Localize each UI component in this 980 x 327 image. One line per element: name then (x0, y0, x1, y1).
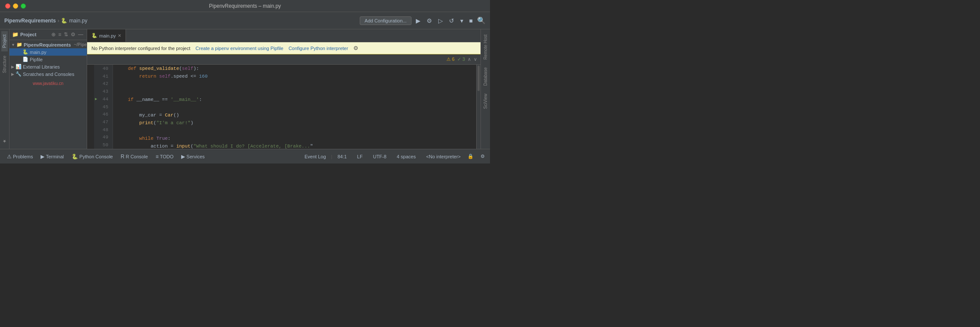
coverage-button[interactable]: ▷ (437, 16, 445, 25)
services-label: Services (186, 154, 204, 159)
favorites-tab[interactable]: ★ (1, 135, 8, 147)
python-console-label: Python Console (79, 154, 113, 159)
services-tab[interactable]: ▶ Services (178, 152, 208, 161)
gutter-mark-8 (87, 126, 94, 134)
notification-message: No Python interpreter configured for the… (91, 46, 190, 51)
todo-tab[interactable]: ≡ TODO (152, 152, 177, 161)
python-console-tab[interactable]: 🐍 Python Console (68, 152, 116, 161)
close-button[interactable] (5, 3, 10, 9)
breadcrumb-separator: › (57, 18, 59, 24)
new-file-icon[interactable]: ⊕ (50, 31, 57, 38)
line-46: 46 (94, 110, 110, 118)
window-title: PipenvRequirements – main.py (209, 3, 281, 9)
tree-item-main-py[interactable]: 🐍 main.py (9, 48, 87, 56)
expand-icon[interactable]: ⇅ (63, 31, 69, 38)
problems-tab[interactable]: ⚠ Problems (3, 152, 36, 161)
indent-indicator[interactable]: 4 spaces (395, 153, 418, 160)
search-button[interactable]: 🔍 (477, 16, 486, 25)
r-console-icon: R (121, 154, 125, 160)
ext-libs-arrow-icon: ▶ (11, 65, 14, 69)
interpreter-indicator[interactable]: <No interpreter> (424, 153, 462, 160)
root-folder-icon: 📁 (16, 42, 22, 47)
code-content[interactable]: def speed_validate(self): return self.sp… (113, 65, 476, 149)
r-console-tab[interactable]: R R Console (117, 152, 151, 161)
project-panel-title: Project (20, 32, 36, 37)
scrollbar-thumb[interactable] (477, 66, 480, 91)
traffic-lights (5, 3, 26, 9)
project-tree: ▼ 📁 PipenvRequirements ~/Pipe 🐍 main.py … (9, 40, 87, 149)
line-44: 44 (94, 95, 110, 103)
tree-scratches: Scratches and Consoles (23, 72, 74, 77)
breadcrumb-file[interactable]: main.py (69, 18, 87, 24)
code-line-50: action = input("What should I do? [Accel… (116, 142, 476, 149)
tree-item-scratches[interactable]: ▶ 🔧 Scratches and Consoles (9, 70, 87, 78)
code-line-46: my_car = Car() (116, 111, 476, 119)
add-configuration-button[interactable]: Add Configuration... (360, 16, 411, 25)
minimize-button[interactable] (13, 3, 18, 9)
tree-item-pipfile[interactable]: 📄 Pipfile (9, 56, 87, 63)
encoding-indicator[interactable]: UTF-8 (371, 153, 388, 160)
event-log-link[interactable]: Event Log (303, 153, 328, 160)
breadcrumb-project[interactable]: PipenvRequirements (4, 18, 56, 24)
code-line-41: return self.speed <= 160 (116, 72, 476, 80)
left-side-tabs: Project Structure ★ (0, 29, 9, 149)
watermark: www.javatiku.cn (9, 78, 87, 89)
terminal-tab[interactable]: ▶ Terminal (37, 152, 67, 161)
r-console-label: R Console (126, 154, 148, 159)
line-42: 42 (94, 80, 110, 88)
line-ending-indicator[interactable]: LF (355, 153, 364, 160)
maximize-button[interactable] (21, 3, 26, 9)
nav-down-icon[interactable]: ∨ (474, 57, 477, 62)
problems-label: Problems (13, 154, 33, 159)
create-pipenv-link[interactable]: Create a pipenv environment using Pipfil… (195, 46, 283, 51)
ok-badge: ✓ 3 (457, 57, 465, 62)
pipfile-icon: 📄 (22, 57, 28, 62)
line-40: 40 (94, 65, 110, 72)
profile-button[interactable]: ↺ (447, 16, 456, 25)
gutter-mark-10 (87, 141, 94, 149)
debug-button[interactable]: ⚙ (425, 16, 434, 25)
run-button[interactable]: ▶ (414, 16, 422, 25)
gutter-mark-7 (87, 118, 94, 126)
gutter-mark-6 (87, 110, 94, 118)
code-editor[interactable]: 40 41 42 43 44 45 46 47 48 49 50 def spe… (87, 65, 481, 149)
code-line-40: def speed_validate(self): (116, 65, 476, 72)
line-50: 50 (94, 141, 110, 149)
vcs-icon[interactable]: 🔒 (466, 153, 475, 160)
tree-item-external-libs[interactable]: ▶ 📊 External Libraries (9, 63, 87, 70)
sciview-tab[interactable]: SciView (482, 90, 489, 112)
nav-up-icon[interactable]: ∧ (468, 57, 471, 62)
vertical-scrollbar[interactable] (476, 65, 481, 149)
close-panel-icon[interactable]: — (77, 31, 84, 38)
collapse-all-icon[interactable]: ≡ (57, 31, 62, 38)
gutter-mark-3 (87, 88, 94, 95)
settings-status-icon[interactable]: ⚙ (479, 153, 487, 160)
scratches-arrow-icon: ▶ (11, 72, 14, 76)
database-tab[interactable]: Database (482, 64, 489, 89)
notification-gear-icon[interactable]: ⚙ (353, 45, 358, 51)
main-py-tab[interactable]: 🐍 main.py ✕ (87, 29, 126, 42)
todo-label: TODO (160, 154, 174, 159)
status-bar: ⚠ Problems ▶ Terminal 🐍 Python Console R… (0, 149, 490, 164)
line-48: 48 (94, 126, 110, 134)
project-tab[interactable]: Project (1, 31, 8, 51)
tree-item-root[interactable]: ▼ 📁 PipenvRequirements ~/Pipe (9, 41, 87, 48)
gutter-mark-2 (87, 80, 94, 88)
line-col-indicator[interactable]: 84:1 (336, 153, 348, 160)
tree-external-libraries: External Libraries (23, 64, 60, 69)
project-panel-header: 📁 Project ⊕ ≡ ⇅ ⚙ — (9, 29, 87, 40)
tab-close-icon[interactable]: ✕ (118, 33, 121, 38)
python-console-icon: 🐍 (72, 154, 78, 160)
stop-button[interactable]: ■ (468, 16, 474, 25)
configure-interpreter-link[interactable]: Configure Python interpreter (289, 46, 348, 51)
more-run-button[interactable]: ▾ (459, 16, 465, 25)
tree-file-pipfile: Pipfile (30, 57, 43, 62)
notification-banner: No Python interpreter configured for the… (87, 42, 481, 54)
py-file-icon: 🐍 (22, 49, 28, 55)
structure-tab[interactable]: Structure (1, 52, 8, 77)
project-panel-folder-icon: 📁 (12, 31, 19, 38)
settings-icon[interactable]: ⚙ (70, 31, 76, 38)
remote-host-tab[interactable]: Remote Host (482, 31, 489, 63)
gutter-markers (87, 65, 94, 149)
right-side-tabs: Remote Host Database SciView (481, 29, 490, 149)
